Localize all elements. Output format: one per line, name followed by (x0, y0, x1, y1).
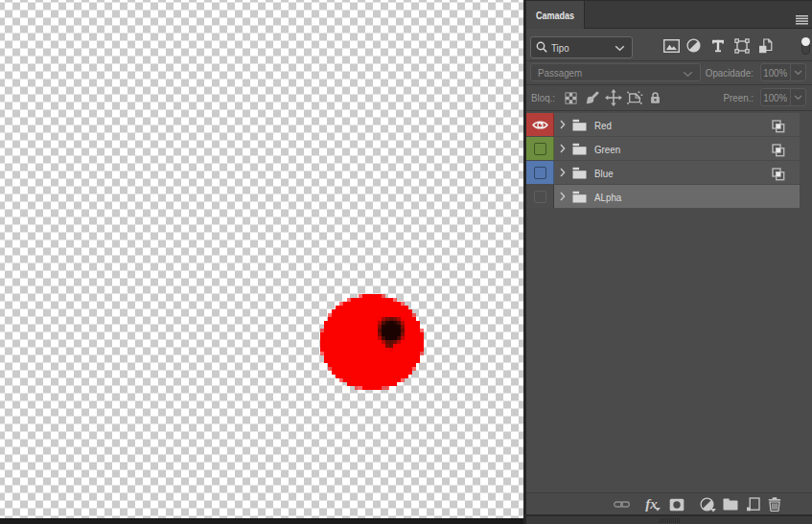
document-canvas[interactable] (0, 0, 523, 518)
opacity-value-box[interactable]: 100% (760, 63, 806, 81)
fill-value-box[interactable]: 100% (760, 88, 806, 106)
group-folder-icon (572, 119, 587, 131)
layer-name-text: Green (594, 144, 620, 155)
layer-row[interactable]: ALpha (526, 185, 800, 208)
new-group-icon[interactable] (722, 493, 738, 515)
type-filter-icon[interactable] (706, 34, 730, 57)
lock-all-icon[interactable] (644, 86, 665, 109)
group-folder-icon (572, 143, 587, 155)
visibility-checkbox-empty[interactable] (534, 191, 546, 203)
lock-position-icon[interactable] (603, 86, 624, 109)
layer-row[interactable]: Red (526, 113, 800, 136)
panel-tab-bar: Camadas (526, 0, 812, 29)
delete-layer-trash-icon[interactable] (767, 493, 781, 515)
layer-name[interactable]: Blue (594, 164, 616, 181)
chevron-down-icon (615, 45, 625, 52)
fill-label: Preen.: (718, 88, 754, 106)
filter-toggle-knob (801, 37, 810, 46)
photoshop-window: Camadas Tipo (0, 0, 812, 524)
layers-panel: Camadas Tipo (526, 0, 812, 514)
filter-toggle-switch[interactable] (801, 37, 810, 55)
separator (526, 60, 812, 61)
canvas-bottom-gutter (0, 518, 523, 524)
blend-mode-dropdown[interactable]: Passagem (530, 63, 701, 81)
combined-shape-badge-icon (772, 120, 785, 137)
combined-shape-badge-icon (772, 168, 785, 185)
layer-row-content: ALpha (554, 185, 800, 208)
opacity-dropdown-arrow[interactable] (790, 64, 805, 80)
visibility-checkbox-empty[interactable] (534, 167, 546, 179)
layer-row[interactable]: Blue (526, 161, 800, 184)
fill-label-text: Preen.: (723, 92, 754, 103)
dropdown-triangle-icon (655, 508, 661, 512)
smart-object-filter-icon[interactable] (754, 34, 777, 57)
fill-value-field[interactable]: 100% (761, 89, 790, 105)
visibility-checkbox-empty[interactable] (534, 143, 546, 155)
lock-pixels-brush-icon[interactable] (581, 86, 602, 109)
chevron-right-icon[interactable] (560, 192, 566, 201)
lock-artboard-icon[interactable] (624, 86, 645, 109)
dropdown-triangle-icon (710, 509, 716, 513)
lock-transparency-icon[interactable] (560, 86, 581, 109)
opacity-label-text: Opacidade: (706, 67, 754, 79)
fill-dropdown-arrow[interactable] (790, 89, 805, 105)
opacity-value: 100% (763, 67, 787, 79)
tab-layers[interactable]: Camadas (526, 1, 584, 29)
layer-row-content: Green (554, 137, 800, 160)
layer-visibility-swatch[interactable] (526, 137, 554, 160)
layer-name-text: Red (594, 120, 612, 131)
layer-visibility-swatch[interactable] (526, 161, 554, 184)
link-layers-icon[interactable] (614, 493, 630, 515)
eye-icon (532, 120, 548, 130)
group-folder-icon (572, 167, 587, 179)
combined-shape-badge-icon (772, 144, 785, 161)
chevron-down-icon (794, 95, 802, 101)
lock-label: Bloq.: (531, 86, 559, 109)
red-blob-artwork (297, 267, 451, 413)
chevron-down-icon (794, 70, 802, 76)
layer-style-fx-icon[interactable]: fx (643, 493, 660, 515)
chevron-right-icon[interactable] (560, 168, 566, 177)
separator (526, 84, 812, 85)
layer-row-content: Red (554, 113, 800, 136)
opacity-value-field[interactable]: 100% (761, 64, 790, 80)
panel-bottom-gutter (526, 516, 812, 524)
layer-name-text: Blue (594, 168, 614, 179)
search-icon (536, 41, 548, 54)
layer-name-text: ALpha (594, 192, 621, 203)
panel-menu-icon[interactable] (796, 11, 808, 21)
layer-row-content: Blue (554, 161, 800, 184)
new-layer-icon[interactable] (745, 493, 761, 515)
filter-type-dropdown[interactable]: Tipo (530, 36, 633, 58)
add-layer-mask-icon[interactable] (669, 493, 684, 515)
opacity-label: Opacidade: (697, 63, 754, 81)
lock-label-text: Bloq.: (531, 92, 555, 103)
layers-list: Red Green (526, 111, 812, 492)
panel-footer-bar: fx (526, 492, 812, 515)
chevron-right-icon[interactable] (560, 120, 566, 129)
tab-layers-label: Camadas (536, 10, 574, 21)
blend-mode-value: Passagem (538, 67, 582, 79)
chevron-down-icon (683, 71, 693, 78)
layer-row[interactable]: Green (526, 137, 800, 160)
adjustment-filter-icon[interactable] (682, 34, 706, 57)
chevron-right-icon[interactable] (560, 144, 566, 153)
group-folder-icon (572, 191, 587, 203)
layer-name[interactable]: Green (594, 140, 625, 157)
image-filter-icon[interactable] (660, 34, 684, 57)
layer-name[interactable]: ALpha (594, 188, 626, 205)
layer-name[interactable]: Red (594, 116, 615, 133)
fill-value: 100% (763, 92, 787, 103)
layer-visibility-swatch[interactable] (526, 113, 554, 136)
panel-resize-grip-icon[interactable] (660, 518, 680, 523)
tab-bar-empty-strip (584, 1, 812, 29)
new-adjustment-layer-icon[interactable] (699, 493, 714, 515)
layer-visibility-swatch[interactable] (526, 185, 554, 208)
shape-filter-icon[interactable] (730, 34, 754, 57)
filter-type-value: Tipo (551, 42, 569, 54)
